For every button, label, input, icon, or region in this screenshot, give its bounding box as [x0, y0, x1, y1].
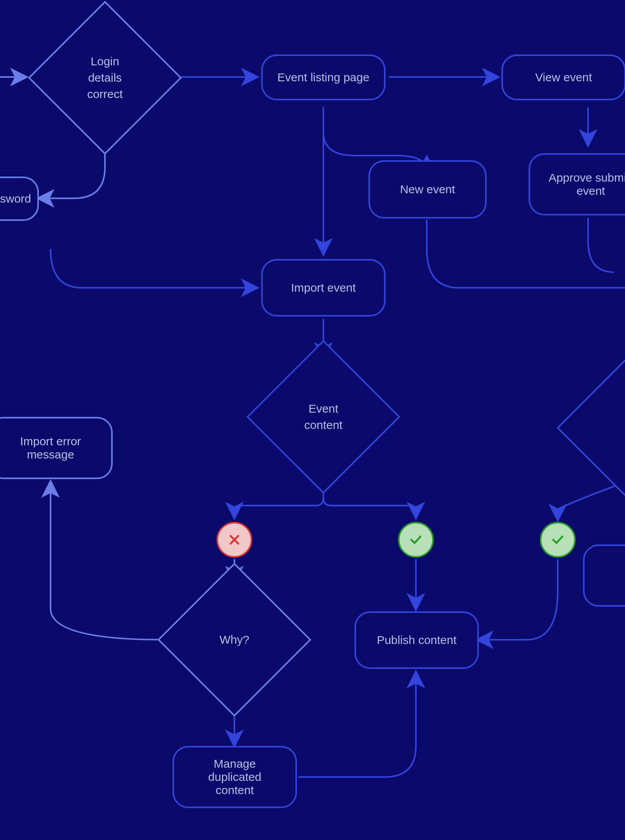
partial-diamond-right [579, 373, 625, 482]
manage-duplicated-label: Manage duplicatedcontent [186, 757, 284, 797]
partial-right-node [583, 544, 625, 607]
manage-duplicated-node: Manage duplicatedcontent [173, 746, 297, 808]
view-event-node: View event [501, 54, 625, 100]
error-icon [216, 522, 252, 558]
check-icon [550, 532, 566, 548]
import-error-label: Import errormessage [20, 435, 81, 461]
import-error-node: Import errormessage [0, 417, 113, 479]
publish-content-label: Publish content [377, 634, 456, 647]
success-icon-1 [398, 522, 434, 558]
password-node: sword [0, 177, 39, 221]
success-icon-2 [540, 522, 576, 558]
event-listing-label: Event listing page [278, 71, 370, 84]
new-event-node: New event [368, 160, 487, 219]
password-label: sword [0, 192, 31, 205]
import-event-node: Import event [261, 259, 386, 317]
flowchart-canvas: Logindetailscorrect Event listing page V… [0, 0, 625, 840]
event-content-label: Eventcontent [304, 401, 342, 433]
import-event-label: Import event [291, 281, 356, 294]
why-diamond: Why? [180, 585, 289, 694]
new-event-label: New event [400, 183, 455, 196]
event-listing-node: Event listing page [261, 54, 386, 100]
check-icon [408, 532, 424, 548]
login-details-label: Logindetailscorrect [87, 53, 123, 102]
login-details-diamond: Logindetailscorrect [51, 23, 159, 132]
publish-content-node: Publish content [354, 611, 479, 669]
why-label: Why? [220, 632, 250, 648]
event-content-diamond: Eventcontent [269, 362, 378, 471]
view-event-label: View event [535, 71, 592, 84]
x-icon [227, 532, 242, 548]
approve-submitted-node: Approve submittevent [529, 153, 625, 215]
approve-submitted-label: Approve submittevent [549, 171, 625, 198]
